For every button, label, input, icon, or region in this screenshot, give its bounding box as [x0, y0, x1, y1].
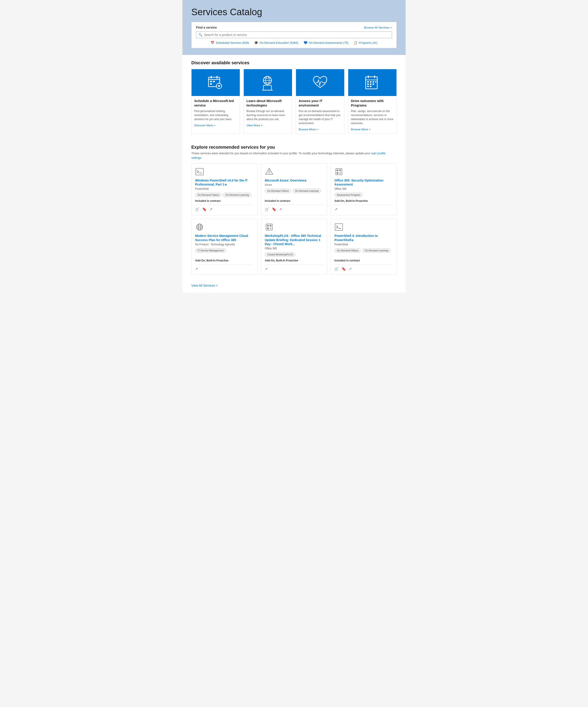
discover-cards-grid: Schedule a Microsoft-led service Find pe… — [191, 69, 397, 134]
rec-card-status-powershell4: Included in contract — [335, 259, 393, 262]
rec-card-workshopplus: WorkshopPLUS - Office 365 Technical Upda… — [261, 219, 327, 275]
share-icon-3[interactable]: ↗ — [335, 207, 337, 211]
tag-assessment-program: Assessment Program — [335, 193, 363, 197]
svg-rect-42 — [337, 172, 338, 174]
card-image-schedule — [192, 69, 240, 96]
explore-section: Explore recommended services for you The… — [182, 139, 406, 280]
category-ondemand-edu[interactable]: 🎓 On-Demand Education (5384) — [254, 41, 298, 44]
header-banner: Services Catalog Find a service Browse A… — [182, 0, 406, 55]
card-link-learn[interactable]: View More > — [246, 124, 263, 127]
external-link-icon: ⧉ — [225, 183, 227, 186]
search-box: Find a service Browse All Services > 🔍 📅… — [191, 22, 397, 48]
tag-ondemand-videos-3: On-Demand Videos — [335, 248, 361, 253]
explore-title: Explore recommended services for you — [191, 145, 397, 150]
svg-rect-50 — [267, 225, 269, 227]
svg-rect-53 — [270, 228, 272, 229]
tag-it-service-management: IT Service Management — [195, 248, 226, 253]
azure-icon — [265, 167, 274, 176]
card-link-assess[interactable]: Browse More > — [299, 128, 318, 131]
card-image-assess — [296, 69, 344, 96]
share-icon-2[interactable]: ↗ — [279, 207, 282, 211]
rec-card-title-modern-service[interactable]: Modern Service Management Cloud Success … — [195, 234, 253, 242]
search-label: Find a service — [196, 26, 217, 29]
rec-card-subtitle-azure: Azure — [265, 183, 323, 187]
share-icon[interactable]: ↗ — [209, 207, 212, 211]
list-icon: 📋 — [354, 41, 357, 44]
svg-rect-34 — [196, 168, 203, 175]
card-assess: Assess your IT environment Run an on-dem… — [296, 69, 344, 134]
view-all-section: View All Services > — [182, 280, 406, 293]
rec-card-modern-service: Modern Service Management Cloud Success … — [191, 219, 257, 275]
card-body-drive: Drive outcomes with Programs Plan, assig… — [348, 96, 396, 134]
svg-rect-52 — [267, 228, 269, 229]
rec-card-tags-workshopplus: Closed WorkshopPLUS — [265, 252, 323, 257]
svg-rect-30 — [370, 83, 372, 85]
rec-card-title-workshopplus[interactable]: WorkshopPLUS - Office 365 Technical Upda… — [265, 234, 323, 246]
tag-ondemand-learning: On-Demand Learning — [223, 193, 251, 197]
cart-icon[interactable]: 🛒 — [195, 207, 200, 211]
rec-card-actions-azure: 🛒 🔖 ↗ — [265, 205, 323, 211]
share-icon-5[interactable]: ↗ — [265, 267, 268, 271]
bookmark-icon[interactable]: 🔖 — [202, 207, 207, 211]
cart-icon-3[interactable]: 🛒 — [335, 267, 339, 271]
svg-rect-54 — [335, 224, 343, 230]
rec-card-subtitle-modern-service: No Product · Technology Agnostic — [195, 243, 253, 246]
rec-card-actions-office365-security: ↗ — [335, 205, 393, 211]
svg-point-8 — [218, 85, 220, 87]
calendar-icon: 📅 — [210, 41, 214, 44]
tag-ondemand-learning-3: On-Demand Learning — [362, 248, 391, 253]
svg-rect-4 — [210, 81, 212, 82]
svg-rect-40 — [337, 169, 338, 171]
rec-card-title-azure[interactable]: Microsoft Azure: Overview⧉ — [265, 178, 323, 182]
card-title-learn: Learn about Microsoft technologies — [246, 99, 289, 107]
share-icon-6[interactable]: ↗ — [349, 267, 352, 271]
card-link-drive[interactable]: Browse More > — [351, 128, 371, 131]
discover-section-title: Discover available services — [191, 60, 397, 65]
card-title-assess: Assess your IT environment — [299, 99, 342, 107]
rec-card-actions-workshopplus: ↗ — [265, 264, 323, 271]
rec-card-status-azure: Included in contract — [265, 199, 323, 202]
rec-card-powershell: Windows PowerShell v4.0 for the IT Profe… — [191, 163, 257, 215]
office365-icon-2 — [265, 223, 274, 232]
category-programs[interactable]: 📋 Programs (31) — [354, 41, 377, 44]
rec-card-tags-powershell4: On-Demand Videos On-Demand Learning — [335, 248, 393, 253]
search-icon: 🔍 — [199, 33, 202, 37]
search-input[interactable] — [204, 33, 389, 37]
bookmark-icon-3[interactable]: 🔖 — [342, 267, 346, 271]
svg-rect-51 — [270, 225, 272, 227]
svg-rect-18 — [264, 85, 272, 90]
rec-card-title-powershell[interactable]: Windows PowerShell v4.0 for the IT Profe… — [195, 178, 253, 187]
card-body-schedule: Schedule a Microsoft-led service Find pe… — [192, 96, 240, 130]
rec-card-title-office365-security[interactable]: Office 365: Security Optimization Assess… — [335, 178, 393, 187]
rec-card-tags-azure: On-Demand Videos On-Demand Learning — [265, 189, 323, 193]
share-icon-4[interactable]: ↗ — [195, 267, 198, 271]
calendar-gear-icon — [207, 74, 224, 92]
terminal-icon-1 — [195, 167, 204, 176]
rec-card-title-powershell4[interactable]: PowerShell 4: Introduction to PowerShell… — [335, 234, 393, 242]
rec-card-subtitle-workshopplus: Office 365 — [265, 247, 323, 250]
globe-icon — [195, 223, 204, 232]
rec-card-status-modern-service: Add-On, Built-In Proactive — [195, 259, 253, 262]
svg-rect-6 — [210, 83, 212, 85]
card-image-drive — [348, 69, 396, 96]
category-scheduled[interactable]: 📅 Scheduled Services (828) — [210, 41, 249, 44]
cart-icon-2[interactable]: 🛒 — [265, 207, 269, 211]
card-link-schedule[interactable]: Discover More > — [194, 124, 215, 127]
explore-desc: These services were selected for you bas… — [191, 151, 397, 160]
svg-rect-27 — [373, 81, 374, 82]
card-body-assess: Assess your IT environment Run an on-dem… — [296, 96, 344, 134]
bookmark-icon-2[interactable]: 🔖 — [272, 207, 276, 211]
svg-rect-31 — [373, 83, 374, 85]
rec-card-tags-office365-security: Assessment Program — [335, 193, 393, 197]
page-title: Services Catalog — [191, 7, 397, 18]
view-all-services-link[interactable]: View All Services > — [191, 284, 218, 287]
tag-ondemand-learning-2: On-Demand Learning — [292, 189, 321, 193]
rec-card-actions-modern-service: ↗ — [195, 264, 253, 271]
category-ondemand-assess[interactable]: 💙 On-Demand Assessments (75) — [304, 41, 348, 44]
card-desc-learn: Browse through our on-demand learning re… — [246, 109, 289, 121]
tag-closed-workshopplus: Closed WorkshopPLUS — [265, 252, 295, 257]
card-desc-assess: Run an on-demand assessment to get recom… — [299, 109, 342, 125]
heart-icon: 💙 — [304, 41, 307, 44]
browse-all-services-link[interactable]: Browse All Services > — [364, 26, 392, 29]
office365-icon — [335, 167, 343, 176]
